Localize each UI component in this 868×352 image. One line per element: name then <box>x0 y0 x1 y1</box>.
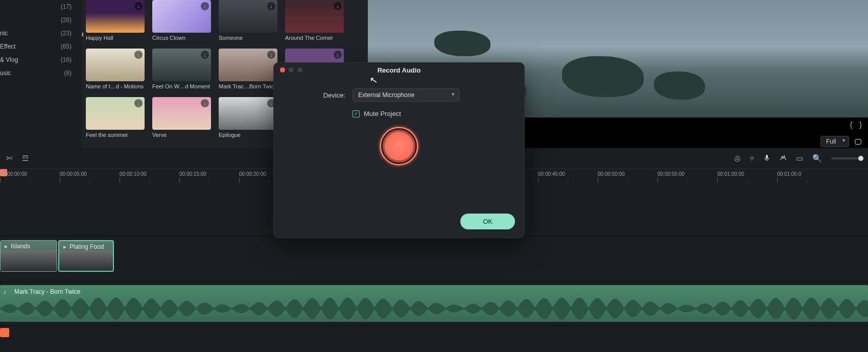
download-icon[interactable]: ↓ <box>201 99 209 107</box>
download-icon[interactable]: ↓ <box>201 51 209 59</box>
sidebar-item-2[interactable]: nic(23) <box>0 27 76 40</box>
zoom-slider[interactable] <box>831 157 862 159</box>
zoom-fit-icon[interactable]: 🔍 <box>812 154 822 163</box>
media-thumb[interactable]: ↓ <box>152 97 211 130</box>
scissors-icon[interactable]: ✄ <box>6 154 13 163</box>
ok-button[interactable]: OK <box>460 214 515 229</box>
media-thumb[interactable]: ↓ <box>219 0 277 33</box>
media-thumb[interactable]: ↓ <box>152 0 211 33</box>
adjust-icon[interactable]: ☲ <box>22 154 29 163</box>
audio-track[interactable]: ♪ Mark Tracy - Born Twice <box>0 282 868 326</box>
media-item[interactable]: ↓Verve <box>152 97 211 138</box>
download-icon[interactable]: ↓ <box>267 2 275 10</box>
media-thumb[interactable]: ↓ <box>152 49 211 81</box>
sidebar-item-3[interactable]: Effect(65) <box>0 40 76 53</box>
media-label: Feel the summer <box>86 132 145 138</box>
mark-in-icon[interactable]: { <box>850 121 853 129</box>
media-thumb[interactable]: ↓ <box>86 49 145 81</box>
media-item[interactable]: ↓Feel the summer <box>86 97 145 138</box>
media-item[interactable]: ↓Happy Hall <box>86 0 145 41</box>
dialog-titlebar[interactable]: Record Audio <box>274 63 524 77</box>
media-thumb[interactable]: ↓ <box>219 97 277 130</box>
download-icon[interactable]: ↓ <box>134 99 143 107</box>
extra-track[interactable] <box>0 326 868 341</box>
audio-clip[interactable]: ♪ Mark Tracy - Born Twice <box>0 285 868 322</box>
ruler-tick: 00:00:10:00 <box>120 169 179 183</box>
maximize-icon <box>297 67 302 73</box>
download-icon[interactable]: ↓ <box>134 2 143 10</box>
media-thumb[interactable]: ↓ <box>285 0 344 33</box>
fullscreen-icon[interactable]: 🖵 <box>854 137 862 146</box>
media-item[interactable]: ↓Around The Corner <box>285 0 344 41</box>
video-clip[interactable]: ▸Islands <box>0 240 57 272</box>
waveform <box>0 296 868 321</box>
media-label: Feet On W…d Moment <box>152 83 211 89</box>
category-sidebar: (17) (26) nic(23) Effect(65) & Vlog(16) … <box>0 0 82 148</box>
media-thumb[interactable]: ↓ <box>86 97 145 130</box>
clip-label: Islands <box>11 243 30 250</box>
music-note-icon: ♪ <box>3 288 6 295</box>
record-audio-dialog: Record Audio Device: External Microphone… <box>273 62 525 238</box>
download-icon[interactable]: ↓ <box>201 2 209 10</box>
dialog-title: Record Audio <box>378 66 421 74</box>
ruler-tick: 00:00:45:00 <box>538 169 598 183</box>
media-label: Epilogue <box>219 132 277 138</box>
sidebar-item-5[interactable]: usic(8) <box>0 66 76 80</box>
download-icon[interactable]: ↓ <box>134 51 143 59</box>
clip-label: Plating Food <box>69 243 104 250</box>
ruler-tick: 00:01:00:00 <box>717 169 777 183</box>
media-thumb[interactable]: ↓ <box>219 49 277 81</box>
mark-out-icon[interactable]: } <box>859 121 862 129</box>
ruler-tick: 00:00:05:00 <box>60 169 120 183</box>
download-icon[interactable]: ↓ <box>334 51 342 59</box>
download-icon[interactable]: ↓ <box>334 2 342 10</box>
record-button[interactable] <box>380 127 418 166</box>
media-item[interactable]: ↓Mark Trac…Born Twic <box>219 49 277 89</box>
ruler-tick: 00:00:55:00 <box>658 169 717 183</box>
sidebar-item-1[interactable]: (26) <box>0 13 76 27</box>
render-icon[interactable]: ◎ <box>734 154 741 163</box>
minimize-icon <box>289 67 294 73</box>
clip-play-icon: ▸ <box>5 243 8 250</box>
ruler-tick: 00:00:00:00 <box>0 169 60 183</box>
mute-project-label: Mute Project <box>364 110 401 118</box>
marker-icon[interactable]: ▿ <box>750 154 754 163</box>
preview-quality-select[interactable]: Full <box>820 136 849 147</box>
mixer-icon[interactable] <box>780 154 787 163</box>
media-label: Name of t…d - Motions <box>86 83 145 89</box>
media-label: Around The Corner <box>285 35 344 41</box>
sidebar-item-0[interactable]: (17) <box>0 0 76 13</box>
download-icon[interactable]: ↓ <box>267 51 275 59</box>
video-track[interactable]: ▸Islands▸Plating Food <box>0 236 868 282</box>
audio-clip-label: Mark Tracy - Born Twice <box>14 288 80 295</box>
media-label: Someone <box>219 35 277 41</box>
ruler-tick: 00:00:15:00 <box>179 169 239 183</box>
device-select[interactable]: External Microphone <box>353 88 460 102</box>
ruler-tick: 00:01:05:0 <box>777 169 837 183</box>
sidebar-item-4[interactable]: & Vlog(16) <box>0 53 76 66</box>
media-item[interactable]: ↓Someone <box>219 0 277 41</box>
media-item[interactable]: ↓Feet On W…d Moment <box>152 49 211 89</box>
close-icon[interactable] <box>280 67 285 73</box>
crop-icon[interactable]: ▭ <box>796 154 803 163</box>
svg-rect-0 <box>766 155 768 159</box>
collapse-sidebar-icon[interactable]: ◀ <box>82 31 83 38</box>
media-item[interactable]: ↓Name of t…d - Motions <box>86 49 145 89</box>
mute-project-checkbox[interactable] <box>353 110 360 118</box>
media-item[interactable]: ↓Epilogue <box>219 97 277 138</box>
device-label: Device: <box>289 91 345 99</box>
media-label: Mark Trac…Born Twic <box>219 83 277 89</box>
track-handle-icon[interactable] <box>0 328 9 337</box>
video-clip[interactable]: ▸Plating Food <box>58 240 114 272</box>
media-label: Verve <box>152 132 211 138</box>
media-label: Happy Hall <box>86 35 145 41</box>
media-item[interactable]: ↓Circus Clown <box>152 0 211 41</box>
clip-play-icon: ▸ <box>63 243 66 250</box>
record-voiceover-icon[interactable] <box>763 154 770 163</box>
media-label: Circus Clown <box>152 35 211 41</box>
media-thumb[interactable]: ↓ <box>86 0 145 33</box>
ruler-tick: 00:00:50:00 <box>598 169 658 183</box>
